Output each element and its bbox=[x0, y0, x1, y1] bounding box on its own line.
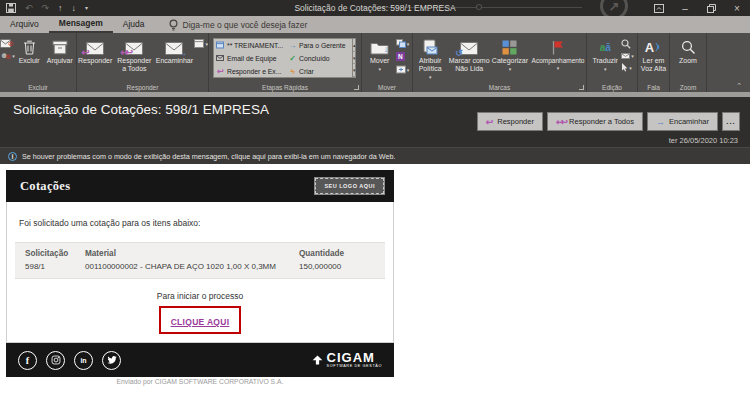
dropdown-icon: ▾ bbox=[604, 67, 607, 71]
tab-mensagem[interactable]: Mensagem bbox=[49, 16, 113, 33]
reply-label: Responder bbox=[78, 57, 112, 65]
mark-unread-button[interactable]: ↺ Marcar como Não Lida bbox=[448, 36, 490, 79]
next-item-icon[interactable]: ↓ bbox=[72, 4, 77, 13]
gallery-more-icon[interactable]: ▾ bbox=[353, 64, 356, 77]
cell-quantidade: 150,000000 bbox=[299, 262, 375, 271]
instagram-icon[interactable] bbox=[46, 351, 65, 370]
junk-button[interactable]: ☻ ⊘ ▾ bbox=[0, 52, 15, 60]
categorize-icon bbox=[502, 37, 517, 55]
delete-button[interactable]: Excluir bbox=[16, 36, 43, 65]
move-button[interactable]: ↓ Mover ▾ bbox=[365, 36, 395, 74]
follow-up-button[interactable]: Acompanhamento ▾ bbox=[530, 36, 586, 79]
onenote-icon: N bbox=[396, 52, 405, 61]
quick-step-label: Para o Gerente bbox=[299, 42, 345, 49]
dropdown-icon: ▾ bbox=[205, 42, 208, 46]
minimize-button[interactable]: – bbox=[672, 0, 698, 16]
quick-step-para-o-gerente[interactable]: → Para o Gerente bbox=[288, 39, 350, 52]
mark-unread-label: Marcar como Não Lida bbox=[448, 57, 490, 73]
assign-policy-button[interactable]: Atribuir Política ▾ bbox=[413, 36, 447, 79]
cta-highlight-box: CLIQUE AQUI bbox=[159, 306, 242, 334]
group-excluir: ⊘ ☻ ⊘ ▾ Excluir bbox=[0, 33, 77, 92]
zoom-button[interactable]: Zoom bbox=[673, 36, 703, 65]
find-button[interactable] bbox=[621, 39, 634, 49]
quick-step-treinament[interactable]: ** TREINAMENT... bbox=[216, 39, 288, 52]
dropdown-icon: ▾ bbox=[629, 66, 632, 70]
quick-step-label: Responder e Ex... bbox=[227, 68, 281, 75]
quick-step-responder-excluir[interactable]: ↩ Responder e Ex... bbox=[216, 65, 288, 78]
linkedin-icon[interactable]: in bbox=[74, 351, 93, 370]
tab-arquivo[interactable]: Arquivo bbox=[0, 16, 49, 33]
forward-action-button[interactable]: → Encaminhar bbox=[647, 112, 718, 131]
select-button[interactable]: ▾ bbox=[621, 63, 634, 72]
block-icon: ⊘ bbox=[8, 40, 14, 47]
collapse-ribbon-icon[interactable]: ⌃ bbox=[736, 82, 742, 90]
customize-qat-icon[interactable]: ▾ bbox=[85, 5, 88, 11]
dropdown-icon: ▾ bbox=[631, 54, 634, 58]
reply-button[interactable]: ↩ Responder bbox=[77, 36, 113, 73]
group-mover: ↓ Mover ▾ ▾ N ▾ bbox=[362, 33, 413, 92]
lightbulb-icon bbox=[169, 19, 178, 31]
reply-all-action-button[interactable]: ↩↩ Responder a Todos bbox=[547, 112, 643, 131]
group-label-marcas: Marcas bbox=[413, 84, 586, 91]
gallery-up-icon[interactable]: ▴ bbox=[353, 39, 356, 52]
quick-step-concluido[interactable]: ✓ Concluído bbox=[288, 52, 350, 65]
follow-up-label: Acompanhamento bbox=[532, 57, 585, 64]
dialog-launcher-icon[interactable] bbox=[354, 85, 359, 90]
group-marcas: Atribuir Política ▾ ↺ Marcar como Não Li… bbox=[413, 33, 587, 92]
forward-arrow-icon: → bbox=[656, 117, 665, 127]
save-icon[interactable] bbox=[6, 3, 16, 13]
group-label-excluir: Excluir bbox=[0, 84, 76, 91]
actions-button[interactable]: ▾ bbox=[396, 65, 410, 74]
email-footer: f in CIGAM SOFTWARE DE GESTÃO bbox=[6, 343, 394, 377]
twitter-icon[interactable] bbox=[102, 351, 121, 370]
close-button[interactable]: × bbox=[724, 0, 750, 16]
categorize-button[interactable]: Categorizar ▾ bbox=[491, 36, 529, 79]
facebook-icon[interactable]: f bbox=[18, 351, 37, 370]
flag-icon bbox=[551, 37, 564, 55]
tell-me-box[interactable]: Diga-me o que você deseja fazer bbox=[169, 19, 308, 31]
restore-button[interactable] bbox=[698, 0, 724, 16]
meeting-button[interactable]: ▾ bbox=[194, 39, 208, 48]
undo-icon[interactable]: ↶ bbox=[25, 4, 33, 13]
read-aloud-button[interactable]: A Ler em Voz Alta bbox=[639, 36, 669, 73]
rules-button[interactable]: ▾ bbox=[396, 39, 410, 48]
move-label: Mover bbox=[370, 57, 389, 65]
forward-arrow-icon: → bbox=[177, 48, 187, 58]
refresh-arrow-icon: ↺ bbox=[455, 49, 463, 58]
ignore-button[interactable]: ⊘ bbox=[0, 39, 15, 48]
quick-step-email-de-equipe[interactable]: Email de Equipe bbox=[216, 52, 288, 65]
window-controls: – × bbox=[646, 0, 750, 16]
gallery-down-icon[interactable]: ▾ bbox=[353, 52, 356, 65]
clique-aqui-link[interactable]: CLIQUE AQUI bbox=[171, 317, 230, 327]
info-bar[interactable]: i Se houver problemas com o modo de exib… bbox=[0, 147, 750, 164]
onenote-button[interactable]: N bbox=[396, 52, 410, 61]
forward-button[interactable]: → Encaminhar bbox=[155, 36, 193, 73]
email-body: Foi solicitado uma cotação para os itens… bbox=[6, 202, 394, 343]
zoom-label: Zoom bbox=[679, 57, 697, 65]
reply-action-button[interactable]: ↩ Responder bbox=[477, 112, 543, 131]
dialog-launcher-icon[interactable] bbox=[579, 85, 584, 90]
translate-button[interactable]: aā Traduzir ▾ bbox=[590, 36, 620, 72]
tab-ajuda[interactable]: Ajuda bbox=[113, 16, 155, 33]
cigam-mark-icon bbox=[311, 353, 324, 366]
ribbon-display-options-icon[interactable] bbox=[646, 0, 672, 16]
lightning-icon: ϟ bbox=[288, 67, 297, 76]
group-responder: ↩ Responder ↩↩ Responder a Todos → bbox=[77, 33, 209, 92]
archive-button[interactable]: Arquivar bbox=[44, 36, 76, 65]
check-icon: ✓ bbox=[288, 54, 297, 63]
related-button[interactable]: ▾ bbox=[621, 53, 634, 59]
reply-all-button[interactable]: ↩↩ Responder a Todos bbox=[114, 36, 154, 73]
window-icon bbox=[216, 41, 225, 49]
translate-icon: aā bbox=[600, 37, 611, 55]
more-actions-button[interactable]: ... bbox=[722, 112, 740, 131]
window-title: Solicitação de Cotações: 598/1 EMPRESA bbox=[0, 0, 750, 16]
arrow-down-icon: ↓ bbox=[384, 45, 389, 54]
reply-all-label: Responder a Todos bbox=[114, 57, 154, 73]
quick-step-criar[interactable]: ϟ Criar bbox=[288, 65, 350, 78]
forward-action-label: Encaminhar bbox=[669, 117, 709, 126]
redo-icon[interactable]: ↷ bbox=[42, 4, 50, 13]
translate-label: Traduzir bbox=[593, 57, 618, 65]
previous-item-icon[interactable]: ↑ bbox=[58, 4, 63, 13]
dropdown-icon: ▾ bbox=[407, 42, 410, 46]
arrow-right-icon: → bbox=[288, 41, 297, 50]
